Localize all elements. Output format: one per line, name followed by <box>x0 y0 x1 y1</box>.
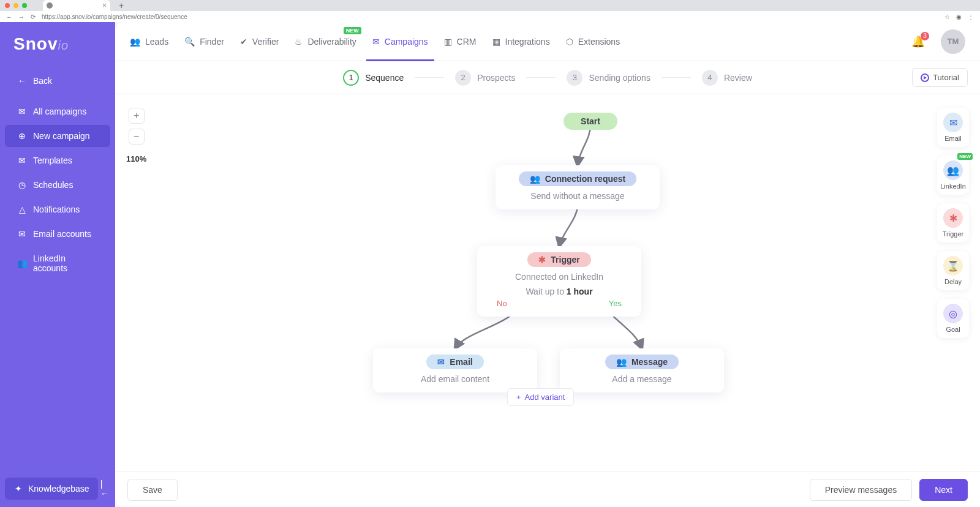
envelope-icon: ✉ <box>17 107 27 116</box>
node-message[interactable]: 👥Message Add a message <box>560 348 724 392</box>
sidebar-item-notifications[interactable]: △ Notifications <box>5 198 110 220</box>
bell-badge: 3 <box>921 32 929 40</box>
knowledgebase-button[interactable]: ✦ Knowledgebase <box>5 478 98 500</box>
bookmark-star-icon[interactable]: ☆ <box>944 13 950 20</box>
nav-finder[interactable]: 🔍Finder <box>184 22 224 61</box>
nav-forward-icon[interactable]: → <box>18 13 24 20</box>
next-button[interactable]: Next <box>919 479 968 501</box>
nav-extensions[interactable]: ⬡Extensions <box>566 22 620 61</box>
new-badge: NEW <box>344 27 361 34</box>
sidebar-back[interactable]: ← Back <box>5 70 110 92</box>
node-connection-request[interactable]: 👥Connection request Send without a messa… <box>496 165 660 209</box>
plus-circle-icon: ⊕ <box>17 131 27 141</box>
envelope-icon: ✉ <box>17 229 27 239</box>
nav-verifier[interactable]: ✔Verifier <box>240 22 279 61</box>
nav-crm[interactable]: ▥CRM <box>444 22 477 61</box>
browser-menu-icon[interactable]: ⋮ <box>968 13 974 20</box>
step-review[interactable]: 4Review <box>702 70 752 86</box>
new-tab-button[interactable]: + <box>119 1 124 10</box>
sidebar-item-all-campaigns[interactable]: ✉ All campaigns <box>5 100 110 122</box>
nav-leads[interactable]: 👥Leads <box>130 22 168 61</box>
main-panel: 👥Leads 🔍Finder ✔Verifier ♨Deliverability… <box>115 22 980 507</box>
tutorial-button[interactable]: Tutorial <box>912 68 968 87</box>
user-avatar[interactable]: TM <box>941 29 965 54</box>
nav-campaigns[interactable]: ✉Campaigns <box>372 22 428 61</box>
browser-toolbar: ← → ⟳ https://app.snov.io/campaigns/new/… <box>0 11 980 22</box>
add-variant-button[interactable]: + Add variant <box>507 388 574 406</box>
branch-no-label: No <box>497 299 507 308</box>
kanban-icon: ▥ <box>444 37 452 47</box>
plus-icon: + <box>516 392 521 402</box>
logo: Snovio <box>0 29 115 69</box>
address-bar[interactable]: https://app.snov.io/campaigns/new/create… <box>42 13 938 20</box>
branch-yes-label: Yes <box>609 299 622 308</box>
macos-close-dot[interactable] <box>5 3 10 8</box>
step-divider <box>415 77 444 78</box>
sidebar-item-schedules[interactable]: ◷ Schedules <box>5 174 110 196</box>
envelope-icon: ✉ <box>372 37 380 47</box>
people-icon: 👥 <box>530 174 540 184</box>
people-icon: 👥 <box>130 37 140 47</box>
tab-close-icon[interactable]: × <box>102 1 107 10</box>
nav-integrations[interactable]: ▦Integrations <box>492 22 550 61</box>
preview-messages-button[interactable]: Preview messages <box>810 479 913 501</box>
step-divider <box>662 77 691 78</box>
sidebar-item-templates[interactable]: ✉ Templates <box>5 149 110 171</box>
envelope-icon: ✉ <box>437 357 445 367</box>
node-email[interactable]: ✉Email Add email content <box>373 348 537 392</box>
sidebar-item-email-accounts[interactable]: ✉ Email accounts <box>5 223 110 245</box>
sidebar-item-new-campaign[interactable]: ⊕ New campaign <box>5 125 110 147</box>
macos-min-dot[interactable] <box>13 3 18 8</box>
sidebar-item-linkedin-accounts[interactable]: 👥 LinkedIn accounts <box>5 247 110 279</box>
top-nav: 👥Leads 🔍Finder ✔Verifier ♨Deliverability… <box>115 22 980 61</box>
arrow-left-icon: ← <box>17 76 27 86</box>
sidebar-collapse-button[interactable]: |← <box>100 479 110 498</box>
step-sending-options[interactable]: 3Sending options <box>567 70 650 86</box>
asterisk-icon: ✱ <box>538 255 546 265</box>
favicon-icon <box>47 2 53 9</box>
save-button[interactable]: Save <box>127 479 178 501</box>
play-circle-icon <box>921 73 929 82</box>
sidebar: Snovio ← Back ✉ All campaigns ⊕ New camp… <box>0 22 115 507</box>
people-icon: 👥 <box>616 357 627 367</box>
step-divider <box>526 77 556 78</box>
search-icon: 🔍 <box>184 37 195 47</box>
notifications-bell[interactable]: 🔔 3 <box>911 35 925 48</box>
macos-max-dot[interactable] <box>22 3 27 8</box>
step-prospects[interactable]: 2Prospects <box>455 70 515 86</box>
puzzle-icon: ⬡ <box>566 37 573 47</box>
flame-icon: ♨ <box>295 37 303 47</box>
people-icon: 👥 <box>17 258 27 268</box>
footer-bar: Save Preview messages Next <box>115 471 980 507</box>
profile-icon[interactable]: ◉ <box>956 13 962 20</box>
bell-icon: △ <box>17 205 27 214</box>
logo-suffix: io <box>58 39 69 52</box>
nav-reload-icon[interactable]: ⟳ <box>31 13 36 20</box>
sequence-canvas[interactable]: + − 110% ✉Email NEW👥LinkedIn ✱Trigger ⌛D… <box>115 94 980 471</box>
clock-icon: ◷ <box>17 180 27 190</box>
check-circle-icon: ✔ <box>240 37 247 47</box>
node-trigger[interactable]: ✱Trigger Connected on LinkedIn Wait up t… <box>477 246 641 317</box>
nav-back-icon[interactable]: ← <box>6 13 12 20</box>
node-start[interactable]: Start <box>564 113 617 130</box>
browser-tab[interactable]: × <box>43 0 110 11</box>
logo-text: Snov <box>13 34 58 53</box>
nav-deliverability[interactable]: ♨DeliverabilityNEW <box>295 22 356 61</box>
step-sequence[interactable]: 1Sequence <box>343 70 404 86</box>
life-ring-icon: ✦ <box>13 484 23 494</box>
browser-tab-bar: × + <box>0 0 980 11</box>
template-icon: ✉ <box>17 156 27 165</box>
browser-chrome: × + ← → ⟳ https://app.snov.io/campaigns/… <box>0 0 980 22</box>
wizard-steps: 1Sequence 2Prospects 3Sending options 4R… <box>115 61 980 94</box>
grid-icon: ▦ <box>492 37 500 47</box>
